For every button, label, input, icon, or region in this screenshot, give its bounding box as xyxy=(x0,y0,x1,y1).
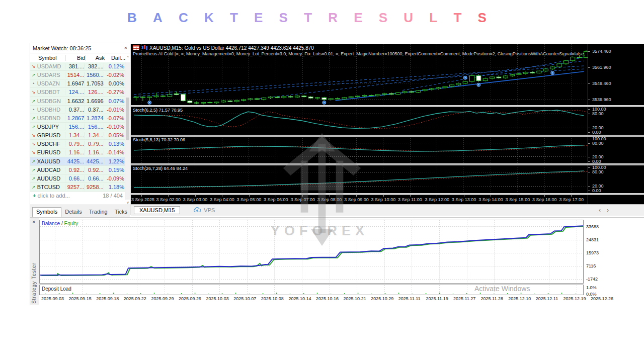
date-label: 2025.11.28 xyxy=(481,296,503,301)
symbol-cell: XAUUSD xyxy=(37,158,65,164)
market-watch-row[interactable]: ↘GBPUSD1.34...1.34...-0.05% xyxy=(30,131,125,140)
stoch3-chart[interactable] xyxy=(131,165,588,193)
indicator-label-stoch3: Stoch(26,7,28) 84.46 84.24 xyxy=(133,166,188,171)
time-tick xyxy=(383,195,384,197)
market-watch-row[interactable]: ↗XAUUSD4425...4425...1.22% xyxy=(30,157,125,166)
date-label: 2025.11.11 xyxy=(398,296,421,301)
market-watch-scrollbar[interactable] xyxy=(125,62,130,200)
banner-letter: S xyxy=(279,10,288,26)
time-axis[interactable]: 3 Sep 20253 Sep 02:003 Sep 03:003 Sep 04… xyxy=(131,195,588,205)
market-watch-row[interactable]: ↗BTCUSD9257...9258...1.18% xyxy=(30,183,125,192)
banner-letter: R xyxy=(328,10,338,26)
ea-parameters: Prometheus AI Gold [=; =; Money_Manageme… xyxy=(133,51,585,56)
scroll-down-icon[interactable]: v xyxy=(127,200,129,205)
chart-panel[interactable]: 3 Sep 20253 Sep 02:003 Sep 03:003 Sep 04… xyxy=(131,44,644,204)
symbol-cell: AUDCAD xyxy=(37,167,65,173)
market-watch-row[interactable]: ↗USDBGN1.66321.66960.07% xyxy=(30,97,125,106)
panel-separator[interactable] xyxy=(131,193,644,195)
scale-tick xyxy=(588,132,590,133)
scrollbar-thumb[interactable] xyxy=(126,98,129,140)
ask-cell: 1.6696 xyxy=(84,98,103,104)
column-bid[interactable]: Bid xyxy=(65,55,85,61)
trade-marker-icon xyxy=(463,76,467,79)
tab-scroll-left-icon[interactable]: ‹ xyxy=(599,207,601,214)
time-tick xyxy=(410,195,411,197)
tester-close-icon[interactable]: × xyxy=(32,219,35,225)
ask-cell: 9258... xyxy=(84,184,103,190)
market-watch-row[interactable]: ↘USDAMD381....382....0.12% xyxy=(30,62,125,71)
market-watch-columns: Symbol Bid Ask Dail... xyxy=(30,53,130,63)
banner-letter: B xyxy=(127,10,137,26)
symbol-cell: USDBHD xyxy=(37,107,65,113)
trade-marker-icon xyxy=(323,101,326,105)
market-watch-title: Market Watch: 08:36:25 xyxy=(33,45,91,51)
mt5-window: Market Watch: 08:36:25 × Symbol Bid Ask … xyxy=(30,43,644,304)
vps-button[interactable]: VPS xyxy=(193,207,215,214)
tab-details[interactable]: Details xyxy=(61,208,86,217)
time-tick xyxy=(249,195,250,197)
daily-cell: -0.02% xyxy=(104,72,125,78)
equity-y-label: 24831 xyxy=(586,237,599,242)
scroll-up-icon[interactable]: ^ xyxy=(127,55,129,59)
market-watch-row[interactable]: ↘USDCHF0.79...0.79...0.13% xyxy=(30,140,125,148)
equity-y-label: 33688 xyxy=(586,224,599,229)
market-watch-row[interactable]: ↗USDBND1.28671.2874-0.07% xyxy=(30,114,125,123)
symbol-cell: USDBND xyxy=(37,115,65,121)
tab-symbols[interactable]: Symbols xyxy=(32,207,61,217)
time-label: 3 Sep 13:00 xyxy=(452,197,476,202)
column-ask[interactable]: Ask xyxy=(85,55,105,61)
add-symbol-button[interactable]: + click to add... xyxy=(33,193,70,200)
tab-xauusd-m15[interactable]: XAUUSD,M15 xyxy=(134,206,180,214)
trend-down-icon: ↘ xyxy=(30,89,37,95)
market-watch-row[interactable]: ↗USDARS1514...1560...-0.02% xyxy=(30,71,125,79)
banner-letter: U xyxy=(404,10,413,26)
panel-separator[interactable] xyxy=(131,163,644,165)
trend-up-icon: ↗ xyxy=(30,159,37,164)
trade-marker-icon xyxy=(148,101,151,105)
time-label: 3 Sep 09:00 xyxy=(344,197,369,202)
candlestick-icon xyxy=(141,45,147,51)
daily-cell: 1.22% xyxy=(104,158,125,164)
banner-letter: E xyxy=(254,10,263,26)
banner-letter: A xyxy=(153,10,163,26)
deposit-load-chart[interactable]: Deposit Load xyxy=(39,285,584,295)
panel-separator[interactable] xyxy=(131,105,644,107)
price-scale[interactable]: 3574.4603561.9603549.4603536.960100.0080… xyxy=(588,44,644,204)
banner-letter: T xyxy=(230,10,238,26)
trend-flat-icon: • xyxy=(30,81,37,86)
market-watch-row[interactable]: ↗AUDUSD0.66...0.66...-0.09% xyxy=(30,174,125,183)
daily-cell: 0.07% xyxy=(104,98,125,104)
indicator-scale-label: 0.00 xyxy=(592,159,601,164)
column-symbol[interactable]: Symbol xyxy=(30,55,65,61)
tab-trading[interactable]: Trading xyxy=(86,208,111,217)
scale-tick xyxy=(588,161,590,162)
bid-cell: 156.... xyxy=(65,124,84,130)
scale-tick xyxy=(588,139,590,139)
date-label: 2025.09.15 xyxy=(69,296,92,301)
scale-tick xyxy=(588,100,590,100)
panel-separator[interactable] xyxy=(131,135,644,137)
market-watch-row[interactable]: ↘EURUSD1.16...1.16...-0.14% xyxy=(30,148,125,157)
market-watch-row[interactable]: •USDAZN1.69471.70530.00% xyxy=(30,79,125,88)
market-watch-row[interactable]: ↘USDBDT124....126....-0.27% xyxy=(30,88,125,97)
equity-chart[interactable]: Balance / Equity xyxy=(39,220,584,284)
market-watch-row[interactable]: ↗USDJPY156....156....-0.10% xyxy=(30,123,125,131)
trend-up-icon: ↗ xyxy=(30,185,37,190)
stoch2-chart[interactable] xyxy=(131,136,588,163)
stoch1-chart[interactable] xyxy=(131,107,588,135)
column-daily[interactable]: Dail... xyxy=(105,55,126,61)
ask-cell: 1.7053 xyxy=(84,80,103,86)
symbol-cell: USDBDT xyxy=(37,89,65,95)
market-watch-row[interactable]: •USDBHD0.37...0.37...-0.01% xyxy=(30,106,125,114)
tab-ticks[interactable]: Ticks xyxy=(111,208,131,217)
symbol-cell: USDARS xyxy=(37,72,65,78)
time-label: 3 Sep 11:00 xyxy=(398,197,422,202)
chart-title-row: XAUUSD,M15: Gold vs US Dollar 4426.712 4… xyxy=(133,45,314,51)
close-icon[interactable]: × xyxy=(124,45,127,51)
tab-scroll-right-icon[interactable]: › xyxy=(607,207,609,214)
date-label: 2025.11.19 xyxy=(426,296,448,301)
market-watch-row[interactable]: ↗AUDCAD0.92...0.92...0.15% xyxy=(30,166,125,174)
daily-cell: -0.14% xyxy=(104,149,125,155)
indicator-scale-label: 0.00 xyxy=(592,188,601,193)
price-label: 3574.460 xyxy=(592,49,611,54)
